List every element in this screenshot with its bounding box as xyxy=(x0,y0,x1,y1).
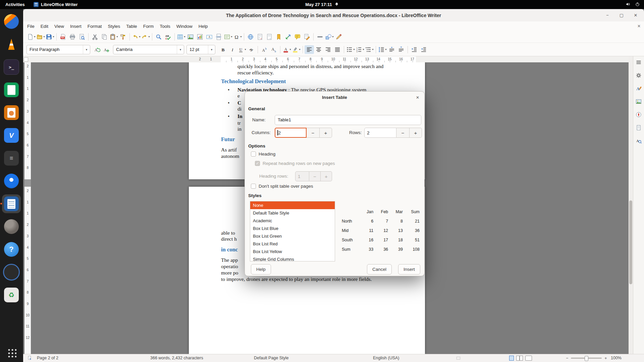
tab-stop-selector[interactable] xyxy=(24,57,28,62)
style-new-icon[interactable]: A xyxy=(102,45,111,54)
menu-styles[interactable]: Styles xyxy=(105,22,123,30)
clock-button[interactable]: May 27 17:11 xyxy=(305,2,339,7)
dock-help[interactable]: ? xyxy=(2,240,21,259)
heading-checkbox[interactable] xyxy=(251,152,256,157)
paragraph-style-select[interactable]: First Paragraph ▾ xyxy=(26,45,90,54)
superscript-icon[interactable]: Ab xyxy=(260,45,269,54)
style-option-box-list-green[interactable]: Box List Green xyxy=(250,232,335,240)
focused-app-menu[interactable]: LibreOffice Writer xyxy=(34,2,78,7)
dock-gimp[interactable] xyxy=(2,217,21,236)
basic-shapes-dropdown-icon[interactable]: ▾ xyxy=(332,35,333,38)
menu-edit[interactable]: Edit xyxy=(38,22,51,30)
rows-input[interactable]: 2 xyxy=(364,128,396,138)
insert-button[interactable]: Insert xyxy=(398,264,420,275)
insert-comment-icon[interactable] xyxy=(293,33,302,41)
save-dropdown-icon[interactable]: ▾ xyxy=(53,35,54,38)
dock-vscode[interactable]: V xyxy=(2,126,21,145)
zoom-out-icon[interactable]: − xyxy=(566,356,568,361)
insert-bookmark-icon[interactable] xyxy=(274,33,283,41)
menu-help[interactable]: Help xyxy=(196,22,211,30)
menu-file[interactable]: File xyxy=(24,22,38,30)
zoom-slider-thumb[interactable] xyxy=(585,356,588,361)
rows-decrease-button[interactable]: − xyxy=(396,128,410,138)
decrease-paragraph-spacing-icon[interactable] xyxy=(396,45,406,54)
cut-icon[interactable] xyxy=(90,33,100,41)
bold-icon[interactable]: B xyxy=(218,45,228,54)
maximize-icon[interactable]: ▢ xyxy=(618,12,625,19)
new-document-icon[interactable]: ▾ xyxy=(26,33,36,41)
menu-format[interactable]: Format xyxy=(85,22,105,30)
heading-rows-increase-button[interactable]: + xyxy=(321,171,332,181)
insert-chart-icon[interactable] xyxy=(195,33,205,41)
close-window-icon[interactable]: ✕ xyxy=(632,12,639,19)
heading-rows-input[interactable]: 1 xyxy=(295,171,309,181)
insert-special-character-icon[interactable]: Ω▾ xyxy=(233,33,242,41)
menu-tools[interactable]: Tools xyxy=(157,22,173,30)
dock-terminal[interactable]: >_ xyxy=(2,58,21,76)
decrease-indent-icon[interactable] xyxy=(419,45,428,54)
style-option-simple-grid-columns[interactable]: Simple Grid Columns xyxy=(250,255,335,261)
minimize-icon[interactable]: − xyxy=(604,12,611,19)
line-spacing-dropdown-icon[interactable]: ▾ xyxy=(385,48,386,51)
help-button[interactable]: Help xyxy=(251,264,271,275)
font-color-dropdown-icon[interactable]: ▾ xyxy=(289,48,291,51)
insert-text-box-icon[interactable]: A xyxy=(205,33,214,41)
menu-view[interactable]: View xyxy=(51,22,67,30)
insert-table-icon[interactable]: ▾ xyxy=(176,33,186,41)
italic-icon[interactable]: I xyxy=(228,45,237,54)
insert-cross-reference-icon[interactable] xyxy=(283,33,293,41)
insert-endnote-icon[interactable]: i xyxy=(265,33,274,41)
zoom-percentage[interactable]: 100% xyxy=(611,354,622,362)
rows-increase-button[interactable]: + xyxy=(410,128,422,138)
multi-page-view-icon[interactable] xyxy=(516,356,523,361)
status-word-count[interactable]: 366 words, 2,432 characters xyxy=(150,354,203,362)
dock-settings[interactable] xyxy=(2,263,21,282)
dock-libreoffice-calc[interactable] xyxy=(2,80,21,99)
dock-libreoffice-writer[interactable] xyxy=(2,194,21,213)
highlight-color-icon[interactable]: ▾ xyxy=(291,45,301,54)
sidebar-tab-navigator[interactable] xyxy=(634,110,643,119)
open-dropdown-icon[interactable]: ▾ xyxy=(43,35,45,38)
show-draw-functions-icon[interactable] xyxy=(334,33,343,41)
insert-field-dropdown-icon[interactable]: ▾ xyxy=(231,35,232,38)
open-icon[interactable]: ▾ xyxy=(36,33,45,41)
menu-insert[interactable]: Insert xyxy=(67,22,85,30)
style-option-box-list-yellow[interactable]: Box List Yellow xyxy=(250,248,335,255)
copy-icon[interactable] xyxy=(100,33,109,41)
dock-vlc[interactable] xyxy=(2,35,21,54)
font-color-icon[interactable]: A▾ xyxy=(282,45,291,54)
status-language[interactable]: English (USA) xyxy=(373,354,399,362)
paste-icon[interactable]: ▾ xyxy=(109,33,118,41)
outline-list-icon[interactable]: ▾ xyxy=(365,45,374,54)
clone-formatting-icon[interactable] xyxy=(118,33,128,41)
heading-rows-decrease-button[interactable]: − xyxy=(309,171,321,181)
line-spacing-icon[interactable]: ▾ xyxy=(378,45,387,54)
name-input[interactable]: Table1 xyxy=(275,115,421,125)
vertical-ruler[interactable]: 211234567821123456789101112 xyxy=(24,62,31,354)
menu-form[interactable]: Form xyxy=(140,22,157,30)
track-changes-icon[interactable] xyxy=(302,33,312,41)
align-left-icon[interactable] xyxy=(305,45,314,54)
insert-image-icon[interactable] xyxy=(186,33,195,41)
paragraph-style-dropdown-icon[interactable]: ▾ xyxy=(83,45,90,54)
insert-horizontal-line-icon[interactable] xyxy=(315,33,325,41)
font-name-dropdown-icon[interactable]: ▾ xyxy=(177,45,184,54)
highlight-color-dropdown-icon[interactable]: ▾ xyxy=(299,48,300,51)
spelling-icon[interactable]: ABC xyxy=(163,33,173,41)
sidebar-tab-gallery[interactable] xyxy=(634,97,643,106)
insert-table-dropdown-icon[interactable]: ▾ xyxy=(184,35,185,38)
scrollbar-thumb[interactable] xyxy=(629,200,632,284)
style-update-icon[interactable]: A xyxy=(92,45,102,54)
style-option-academic[interactable]: Academic xyxy=(250,217,335,225)
style-option-default-table-style[interactable]: Default Table Style xyxy=(250,209,335,217)
print-icon[interactable] xyxy=(68,33,77,41)
increase-paragraph-spacing-icon[interactable] xyxy=(387,45,396,54)
dock-trash[interactable]: ♻ xyxy=(2,286,21,304)
zoom-in-icon[interactable]: + xyxy=(604,356,607,361)
outline-list-dropdown-icon[interactable]: ▾ xyxy=(372,48,373,51)
activities-button[interactable]: Activities xyxy=(5,2,25,7)
single-page-view-icon[interactable] xyxy=(509,356,514,361)
align-center-icon[interactable] xyxy=(314,45,323,54)
increase-indent-icon[interactable] xyxy=(410,45,419,54)
cancel-button[interactable]: Cancel xyxy=(367,264,392,275)
